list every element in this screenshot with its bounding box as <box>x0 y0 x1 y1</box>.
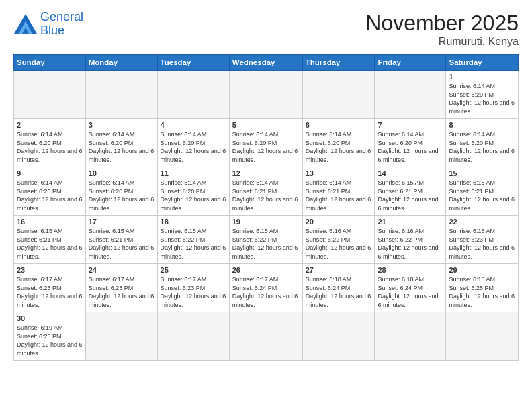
calendar-header-row: Sunday Monday Tuesday Wednesday Thursday… <box>14 55 519 71</box>
calendar-day: 15Sunrise: 6:15 AM Sunset: 6:21 PM Dayli… <box>446 167 519 216</box>
day-number: 21 <box>378 218 443 226</box>
calendar-week-5: 30Sunrise: 6:19 AM Sunset: 6:25 PM Dayli… <box>14 312 519 361</box>
calendar-day: 28Sunrise: 6:18 AM Sunset: 6:24 PM Dayli… <box>375 264 446 312</box>
day-info: Sunrise: 6:14 AM Sunset: 6:20 PM Dayligh… <box>378 130 443 164</box>
calendar-day <box>85 312 157 361</box>
day-number: 12 <box>232 169 300 177</box>
calendar-day: 2Sunrise: 6:14 AM Sunset: 6:20 PM Daylig… <box>14 119 86 167</box>
calendar-day: 25Sunrise: 6:17 AM Sunset: 6:23 PM Dayli… <box>157 264 229 312</box>
col-sunday: Sunday <box>14 55 86 71</box>
day-info: Sunrise: 6:14 AM Sunset: 6:21 PM Dayligh… <box>306 179 372 212</box>
calendar-day <box>375 312 446 361</box>
col-friday: Friday <box>375 55 446 71</box>
day-info: Sunrise: 6:15 AM Sunset: 6:22 PM Dayligh… <box>232 227 300 261</box>
day-info: Sunrise: 6:14 AM Sunset: 6:20 PM Dayligh… <box>17 130 83 164</box>
calendar-day <box>157 312 229 361</box>
calendar-day: 1Sunrise: 6:14 AM Sunset: 6:20 PM Daylig… <box>446 71 519 119</box>
calendar-day <box>229 71 302 119</box>
calendar-week-1: 2Sunrise: 6:14 AM Sunset: 6:20 PM Daylig… <box>14 119 519 167</box>
day-info: Sunrise: 6:16 AM Sunset: 6:22 PM Dayligh… <box>378 227 443 261</box>
day-number: 10 <box>89 169 154 177</box>
day-number: 1 <box>449 73 515 81</box>
calendar-day: 18Sunrise: 6:15 AM Sunset: 6:22 PM Dayli… <box>157 216 229 264</box>
calendar-day: 16Sunrise: 6:15 AM Sunset: 6:21 PM Dayli… <box>14 216 86 264</box>
day-info: Sunrise: 6:17 AM Sunset: 6:23 PM Dayligh… <box>17 275 83 309</box>
day-info: Sunrise: 6:14 AM Sunset: 6:20 PM Dayligh… <box>161 130 226 164</box>
day-info: Sunrise: 6:14 AM Sunset: 6:20 PM Dayligh… <box>161 179 226 212</box>
day-info: Sunrise: 6:14 AM Sunset: 6:20 PM Dayligh… <box>89 130 154 164</box>
calendar-day: 14Sunrise: 6:15 AM Sunset: 6:21 PM Dayli… <box>375 167 446 216</box>
calendar-day: 10Sunrise: 6:14 AM Sunset: 6:20 PM Dayli… <box>85 167 157 216</box>
day-number: 6 <box>306 121 372 129</box>
day-number: 18 <box>161 218 226 226</box>
calendar-week-2: 9Sunrise: 6:14 AM Sunset: 6:20 PM Daylig… <box>14 167 519 216</box>
day-number: 11 <box>161 169 226 177</box>
calendar-title: November 2025 <box>365 11 519 36</box>
day-info: Sunrise: 6:15 AM Sunset: 6:21 PM Dayligh… <box>378 179 443 212</box>
calendar-week-0: 1Sunrise: 6:14 AM Sunset: 6:20 PM Daylig… <box>14 71 519 119</box>
calendar-day <box>446 312 519 361</box>
day-number: 15 <box>449 169 515 177</box>
calendar-body: 1Sunrise: 6:14 AM Sunset: 6:20 PM Daylig… <box>14 71 519 361</box>
day-number: 22 <box>449 218 515 226</box>
calendar-day <box>157 71 229 119</box>
calendar-day: 21Sunrise: 6:16 AM Sunset: 6:22 PM Dayli… <box>375 216 446 264</box>
calendar-day: 6Sunrise: 6:14 AM Sunset: 6:20 PM Daylig… <box>302 119 375 167</box>
day-number: 25 <box>161 266 226 274</box>
calendar-day: 20Sunrise: 6:16 AM Sunset: 6:22 PM Dayli… <box>302 216 375 264</box>
logo-text: General Blue <box>40 11 83 38</box>
day-number: 28 <box>378 266 443 274</box>
day-info: Sunrise: 6:18 AM Sunset: 6:24 PM Dayligh… <box>306 275 372 309</box>
day-info: Sunrise: 6:14 AM Sunset: 6:20 PM Dayligh… <box>17 179 83 212</box>
logo: General Blue <box>13 11 83 38</box>
day-number: 13 <box>306 169 372 177</box>
day-number: 3 <box>89 121 154 129</box>
calendar-day <box>229 312 302 361</box>
calendar-day <box>85 71 157 119</box>
day-number: 14 <box>378 169 443 177</box>
col-saturday: Saturday <box>446 55 519 71</box>
calendar-day: 9Sunrise: 6:14 AM Sunset: 6:20 PM Daylig… <box>14 167 86 216</box>
day-number: 29 <box>449 266 515 274</box>
day-number: 5 <box>232 121 300 129</box>
calendar-day: 23Sunrise: 6:17 AM Sunset: 6:23 PM Dayli… <box>14 264 86 312</box>
day-info: Sunrise: 6:18 AM Sunset: 6:25 PM Dayligh… <box>449 275 515 309</box>
calendar-week-4: 23Sunrise: 6:17 AM Sunset: 6:23 PM Dayli… <box>14 264 519 312</box>
calendar-day: 5Sunrise: 6:14 AM Sunset: 6:20 PM Daylig… <box>229 119 302 167</box>
day-info: Sunrise: 6:14 AM Sunset: 6:20 PM Dayligh… <box>449 130 515 164</box>
calendar-day: 22Sunrise: 6:16 AM Sunset: 6:23 PM Dayli… <box>446 216 519 264</box>
day-number: 8 <box>449 121 515 129</box>
day-info: Sunrise: 6:16 AM Sunset: 6:23 PM Dayligh… <box>449 227 515 261</box>
day-info: Sunrise: 6:17 AM Sunset: 6:24 PM Dayligh… <box>232 275 300 309</box>
day-number: 23 <box>17 266 83 274</box>
calendar-week-3: 16Sunrise: 6:15 AM Sunset: 6:21 PM Dayli… <box>14 216 519 264</box>
logo-general: General <box>40 10 83 24</box>
col-wednesday: Wednesday <box>229 55 302 71</box>
day-info: Sunrise: 6:15 AM Sunset: 6:22 PM Dayligh… <box>161 227 226 261</box>
calendar-day: 24Sunrise: 6:17 AM Sunset: 6:23 PM Dayli… <box>85 264 157 312</box>
day-info: Sunrise: 6:14 AM Sunset: 6:20 PM Dayligh… <box>232 130 300 164</box>
calendar-day: 29Sunrise: 6:18 AM Sunset: 6:25 PM Dayli… <box>446 264 519 312</box>
logo-icon <box>13 14 38 34</box>
day-number: 27 <box>306 266 372 274</box>
calendar-day <box>302 312 375 361</box>
calendar-day: 7Sunrise: 6:14 AM Sunset: 6:20 PM Daylig… <box>375 119 446 167</box>
col-monday: Monday <box>85 55 157 71</box>
day-info: Sunrise: 6:14 AM Sunset: 6:20 PM Dayligh… <box>449 82 515 116</box>
calendar-day: 17Sunrise: 6:15 AM Sunset: 6:21 PM Dayli… <box>85 216 157 264</box>
day-info: Sunrise: 6:15 AM Sunset: 6:21 PM Dayligh… <box>449 179 515 212</box>
day-number: 26 <box>232 266 300 274</box>
calendar-day: 30Sunrise: 6:19 AM Sunset: 6:25 PM Dayli… <box>14 312 86 361</box>
day-number: 2 <box>17 121 83 129</box>
page: General Blue November 2025 Rumuruti, Ken… <box>0 0 532 411</box>
day-info: Sunrise: 6:15 AM Sunset: 6:21 PM Dayligh… <box>17 227 83 261</box>
day-number: 24 <box>89 266 154 274</box>
logo-blue: Blue <box>40 24 64 37</box>
calendar-day: 12Sunrise: 6:14 AM Sunset: 6:21 PM Dayli… <box>229 167 302 216</box>
day-number: 7 <box>378 121 443 129</box>
col-tuesday: Tuesday <box>157 55 229 71</box>
calendar-day: 19Sunrise: 6:15 AM Sunset: 6:22 PM Dayli… <box>229 216 302 264</box>
day-info: Sunrise: 6:17 AM Sunset: 6:23 PM Dayligh… <box>89 275 154 309</box>
day-number: 9 <box>17 169 83 177</box>
calendar-day: 8Sunrise: 6:14 AM Sunset: 6:20 PM Daylig… <box>446 119 519 167</box>
